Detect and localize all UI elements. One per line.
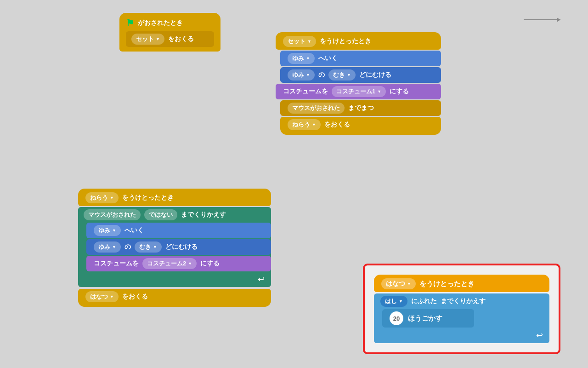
group3-muki-dd[interactable]: むき▼ — [135, 242, 162, 253]
highlight-hat-label: をうけとったとき — [419, 280, 475, 288]
group1-hat-label: がおされたとき — [138, 19, 183, 27]
group2-nerau-dd[interactable]: ねらう▼ — [288, 119, 321, 130]
canvas: ⚑ がおされたとき セット▼ をおくる セット▼ をうけとったとき — [0, 0, 588, 368]
group1-dropdown[interactable]: セット▼ — [131, 34, 164, 45]
group2-wookuru: をおくる — [324, 121, 350, 129]
group3-hat-label: をうけとったとき — [122, 194, 174, 202]
group2-doni: どにむける — [359, 71, 391, 79]
group3-wookuru2: をおくる — [122, 293, 148, 301]
group3-madekuri: までくりかえす — [181, 211, 226, 219]
loop-arrow-icon: ↩ — [78, 272, 271, 287]
group1: ⚑ がおされたとき セット▼ をおくる — [119, 13, 220, 52]
group2-nisuru1: にする — [390, 87, 409, 96]
group2-mouse-label: マウスがおされた — [288, 103, 345, 114]
arrow-icon — [524, 19, 560, 20]
group3: ねらう▼ をうけとったとき マウスがおされた ではない までくりかえす — [78, 189, 271, 307]
group2-yumi-dd1[interactable]: ゆみ▼ — [288, 53, 315, 64]
group3-dewanai: ではない — [144, 209, 177, 220]
group3-hanatsu-dd[interactable]: はなつ▼ — [85, 291, 119, 302]
group2-muki-dd[interactable]: むき▼ — [328, 69, 356, 80]
group2-hat-dropdown[interactable]: セット▼ — [283, 36, 316, 47]
group2-yumi-dd2[interactable]: ゆみ▼ — [288, 69, 315, 80]
group2-madematsu: までまつ — [348, 104, 374, 112]
flag-icon: ⚑ — [126, 17, 134, 29]
group1-send-label: をおくる — [168, 35, 194, 43]
group3-hat-dropdown[interactable]: ねらう▼ — [85, 192, 119, 203]
highlight-box: はなつ▼ をうけとったとき はし▼ にふれた までくりかえす 20 — [363, 264, 560, 354]
highlight-madekuri: までくりかえす — [441, 297, 486, 305]
highlight-hat-dropdown[interactable]: はなつ▼ — [381, 278, 416, 289]
group2: セット▼ をうけとったとき ゆみ▼ へいく ゆみ▼ の むき▼ — [276, 32, 441, 135]
group3-costume-label: コスチュームを — [94, 259, 139, 268]
group3-yumi-dd2[interactable]: ゆみ▼ — [94, 242, 121, 253]
group2-costume-label: コスチュームを — [283, 87, 328, 96]
highlight-num[interactable]: 20 — [390, 311, 403, 325]
group3-yumi-dd1[interactable]: ゆみ▼ — [94, 225, 121, 236]
highlight-hashi-dd[interactable]: はし▼ — [380, 296, 407, 307]
group3-costume2-dd[interactable]: コスチューム2▼ — [142, 258, 197, 269]
highlight-nifureta: にふれた — [411, 297, 437, 305]
group3-mouse-cond: マウスがおされた — [84, 209, 141, 220]
group2-heiku: へいく — [318, 54, 338, 63]
group3-heiku: へいく — [124, 226, 144, 235]
highlight-loop-arrow: ↩ — [374, 328, 549, 343]
group2-costume1-dd[interactable]: コスチューム1▼ — [332, 86, 386, 97]
highlight-hougokasu: ほうごかす — [408, 314, 442, 323]
group2-hat-label: をうけとったとき — [320, 37, 371, 46]
group2-no: の — [318, 71, 325, 79]
